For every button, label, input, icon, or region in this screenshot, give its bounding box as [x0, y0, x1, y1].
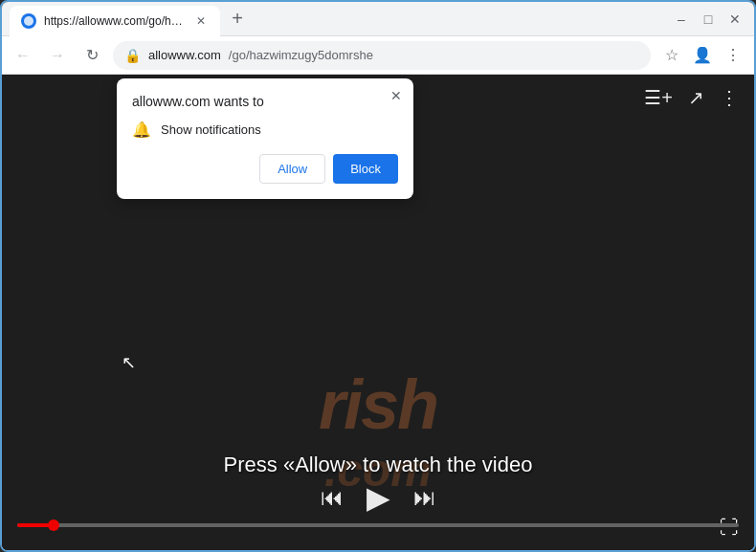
popup-notification-row: 🔔 Show notifications — [132, 121, 398, 139]
toolbar-icons: ☆ 👤 ⋮ — [658, 42, 746, 69]
maximize-button[interactable]: □ — [697, 8, 720, 31]
watermark-text-1: rish — [319, 365, 437, 444]
progress-dot — [48, 519, 59, 531]
playback-controls: ⏮ ▶ ⏭ — [321, 479, 436, 516]
bookmark-button[interactable]: ☆ — [658, 42, 685, 69]
play-button[interactable]: ▶ — [367, 479, 390, 516]
share-icon[interactable]: ↗ — [688, 86, 704, 109]
tab-title: https://allowww.com/go/hazwim — [44, 14, 186, 28]
profile-button[interactable]: 👤 — [689, 42, 716, 69]
new-tab-button[interactable]: + — [224, 6, 251, 33]
popup-close-button[interactable]: ✕ — [387, 86, 406, 105]
progress-bar[interactable] — [17, 523, 739, 527]
forward-button[interactable]: → — [44, 42, 71, 69]
active-tab[interactable]: https://allowww.com/go/hazwim ✕ — [10, 6, 220, 36]
playlist-icon[interactable]: ☰+ — [644, 86, 673, 109]
lock-icon: 🔒 — [124, 48, 141, 63]
progress-fill — [17, 523, 54, 527]
popup-title: allowww.com wants to — [132, 94, 398, 109]
tab-favicon — [21, 13, 36, 29]
tab-close-button[interactable]: ✕ — [193, 13, 209, 29]
url-path: /go/hazwimzugy5domrshe — [229, 48, 373, 62]
fullscreen-button[interactable]: ⛶ — [720, 517, 739, 539]
video-top-controls: ☰+ ↗ ⋮ — [644, 86, 739, 109]
allow-button[interactable]: Allow — [259, 154, 325, 184]
prev-button[interactable]: ⏮ — [321, 484, 344, 511]
content-area: rish .com ☰+ ↗ ⋮ ⏮ ▶ ⏭ ⛶ Press «Allow» t… — [2, 75, 754, 552]
back-button[interactable]: ← — [10, 42, 36, 69]
title-bar: https://allowww.com/go/hazwim ✕ + – □ ✕ — [2, 2, 754, 36]
video-prompt-text: Press «Allow» to watch the video — [2, 453, 754, 477]
address-bar: ← → ↻ 🔒 allowww.com/go/hazwimzugy5domrsh… — [2, 36, 754, 75]
notification-label: Show notifications — [161, 122, 261, 137]
more-options-icon[interactable]: ⋮ — [720, 86, 739, 109]
popup-buttons: Allow Block — [132, 154, 398, 184]
url-input[interactable]: 🔒 allowww.com/go/hazwimzugy5domrshe — [113, 41, 651, 70]
menu-button[interactable]: ⋮ — [720, 42, 746, 69]
url-domain: allowww.com — [148, 48, 221, 62]
refresh-button[interactable]: ↻ — [78, 42, 105, 69]
tab-strip: https://allowww.com/go/hazwim ✕ + — [10, 2, 670, 35]
next-button[interactable]: ⏭ — [413, 484, 436, 511]
minimize-button[interactable]: – — [670, 8, 693, 31]
block-button[interactable]: Block — [333, 154, 398, 184]
window-controls: – □ ✕ — [670, 8, 746, 31]
video-controls-bar — [2, 516, 754, 552]
svg-point-0 — [24, 16, 33, 26]
close-button[interactable]: ✕ — [723, 8, 746, 31]
notification-permission-popup: ✕ allowww.com wants to 🔔 Show notificati… — [117, 78, 413, 199]
bell-icon: 🔔 — [132, 121, 151, 139]
